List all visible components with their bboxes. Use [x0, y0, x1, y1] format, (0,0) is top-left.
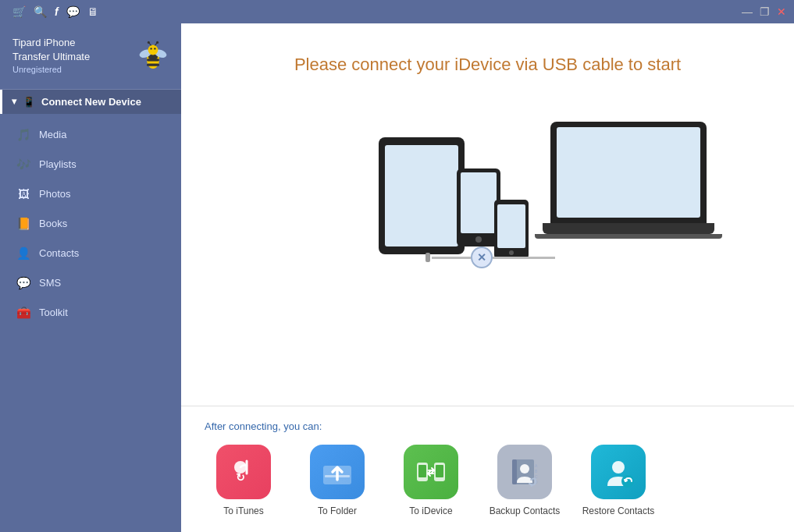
phone-screen — [461, 172, 497, 233]
svg-rect-18 — [418, 465, 426, 477]
device-icon: 📱 — [23, 96, 35, 108]
laptop-screen-inner — [557, 127, 700, 218]
svg-rect-3 — [147, 63, 159, 66]
svg-rect-16 — [325, 475, 350, 477]
svg-text:A: A — [535, 463, 538, 468]
sidebar-header: Tipard iPhone Transfer Ultimate Unregist… — [0, 23, 181, 90]
toolkit-icon: 🧰 — [16, 305, 31, 321]
sidebar-item-photos[interactable]: 🖼 Photos — [0, 179, 181, 209]
phone-home-btn — [475, 236, 482, 243]
restore-contacts-label: Restore Contacts — [582, 505, 655, 516]
sms-label: SMS — [39, 277, 61, 289]
sidebar-item-books[interactable]: 📙 Books — [0, 209, 181, 239]
media-label: Media — [39, 129, 66, 140]
idevice-icon — [404, 445, 458, 499]
sidebar: Tipard iPhone Transfer Ultimate Unregist… — [0, 23, 181, 532]
connect-device-label: Connect New Device — [41, 96, 141, 108]
cable-segment-1 — [432, 257, 471, 259]
main-content: Please connect your iDevice via USB cabl… — [181, 23, 794, 532]
chat-icon[interactable]: 💬 — [66, 5, 80, 18]
facebook-icon[interactable]: f — [55, 5, 59, 18]
contacts-label: Contacts — [39, 247, 79, 259]
playlists-label: Playlists — [39, 158, 77, 170]
svg-point-11 — [148, 41, 150, 44]
action-folder[interactable]: To Folder — [298, 445, 376, 516]
tablet-screen — [385, 145, 458, 246]
itunes-label: To iTunes — [223, 505, 264, 516]
playlists-icon: 🎶 — [16, 157, 31, 172]
sidebar-item-contacts[interactable]: 👤 Contacts — [0, 239, 181, 268]
backup-contacts-label: Backup Contacts — [490, 505, 561, 516]
app-name: Tipard iPhone Transfer Ultimate Unregist… — [12, 36, 90, 76]
restore-contacts-icon — [591, 445, 646, 499]
svg-rect-20 — [436, 465, 443, 477]
svg-point-23 — [520, 464, 529, 473]
photos-icon: 🖼 — [16, 186, 31, 202]
usb-connector-left — [425, 253, 430, 262]
sidebar-item-media[interactable]: 🎵 Media — [0, 120, 181, 150]
restore-svg — [603, 456, 634, 488]
itunes-icon: ↻ — [216, 445, 271, 499]
action-itunes[interactable]: ↻ To iTunes — [205, 445, 283, 516]
idevice-svg — [415, 458, 447, 486]
photos-label: Photos — [39, 188, 70, 200]
mini-screen — [497, 204, 525, 248]
sidebar-item-toolkit[interactable]: 🧰 Toolkit — [0, 298, 181, 328]
bee-logo — [134, 37, 172, 75]
restore-button[interactable]: ❐ — [758, 5, 771, 18]
cable-segment-2 — [493, 257, 555, 259]
laptop-screen-outer — [550, 122, 707, 223]
sidebar-item-sms[interactable]: 💬 SMS — [0, 268, 181, 298]
tablet-device — [379, 137, 465, 254]
close-button[interactable]: ✕ — [775, 5, 788, 18]
connect-new-device-item[interactable]: ▾ 📱 Connect New Device — [0, 90, 181, 114]
contacts-icon: 👤 — [16, 246, 31, 261]
monitor-icon[interactable]: 🖥 — [87, 5, 98, 18]
app-body: Tipard iPhone Transfer Ultimate Unregist… — [0, 23, 794, 532]
connect-header: Please connect your iDevice via USB cabl… — [181, 23, 794, 90]
action-idevice[interactable]: To iDevice — [392, 445, 470, 516]
svg-point-8 — [154, 48, 155, 49]
expand-arrow: ▾ — [12, 96, 16, 107]
laptop-base-bottom — [535, 234, 722, 239]
media-icon: 🎵 — [16, 127, 31, 143]
title-bar-icons: 🛒 🔍 f 💬 🖥 — [6, 5, 736, 18]
window-controls: — ❐ ✕ — [741, 5, 788, 18]
svg-text:B: B — [535, 469, 538, 473]
backup-contacts-icon: A B C D — [497, 445, 552, 499]
books-label: Books — [39, 218, 67, 229]
sidebar-nav: 🎵 Media 🎶 Playlists 🖼 Photos 📙 Books 👤 C… — [0, 114, 181, 532]
svg-text:↻: ↻ — [236, 471, 245, 484]
sms-icon: 💬 — [16, 275, 31, 291]
svg-point-6 — [148, 44, 158, 55]
action-restore-contacts[interactable]: Restore Contacts — [579, 445, 657, 516]
title-bar: 🛒 🔍 f 💬 🖥 — ❐ ✕ — [0, 0, 794, 23]
svg-rect-22 — [512, 459, 517, 484]
sidebar-item-playlists[interactable]: 🎶 Playlists — [0, 150, 181, 179]
svg-point-12 — [156, 41, 158, 44]
action-backup-contacts[interactable]: A B C D Backup Contacts — [486, 445, 564, 516]
folder-icon — [310, 445, 365, 499]
books-icon: 📙 — [16, 216, 31, 232]
itunes-svg: ↻ — [230, 458, 258, 486]
usb-cable-area: ✕ — [425, 246, 555, 268]
folder-svg — [322, 458, 353, 486]
laptop-base — [543, 223, 714, 234]
shop-icon[interactable]: 🛒 — [12, 5, 26, 18]
cable-disconnect-icon: ✕ — [471, 246, 493, 268]
svg-rect-2 — [147, 59, 159, 61]
action-buttons: ↻ To iTunes To Folder — [205, 445, 771, 516]
folder-label: To Folder — [318, 505, 357, 516]
svg-point-7 — [150, 48, 151, 49]
search-icon[interactable]: 🔍 — [34, 5, 47, 18]
idevice-label: To iDevice — [409, 505, 452, 516]
laptop-device — [550, 122, 722, 239]
after-label: After connecting, you can: — [205, 420, 771, 432]
svg-point-28 — [612, 461, 625, 473]
minimize-button[interactable]: — — [741, 5, 753, 18]
connect-prompt: Please connect your iDevice via USB cabl… — [181, 55, 794, 75]
toolkit-label: Toolkit — [39, 307, 68, 318]
devices-illustration: ✕ — [254, 98, 722, 301]
after-connecting-section: After connecting, you can: ↻ To iTunes — [181, 406, 794, 532]
backup-svg: A B C D — [509, 456, 540, 488]
